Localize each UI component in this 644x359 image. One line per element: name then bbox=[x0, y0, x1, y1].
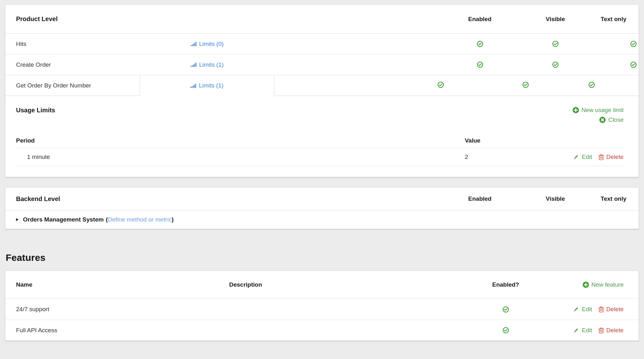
visible-check-icon[interactable] bbox=[552, 41, 559, 47]
signal-bars-icon bbox=[191, 42, 197, 46]
feature-row: 24/7 support Edit Delete bbox=[5, 299, 639, 320]
usage-limits-panel: Usage Limits New usage limit Close Perio… bbox=[5, 96, 639, 177]
edit-label: Edit bbox=[582, 327, 592, 334]
column-header-visible: Visible bbox=[522, 188, 588, 210]
column-header-value: Value bbox=[465, 137, 564, 144]
text-only-check-icon[interactable] bbox=[630, 41, 637, 47]
delete-usage-limit-link[interactable]: Delete bbox=[598, 154, 624, 160]
signal-bars-icon bbox=[190, 83, 196, 88]
times-circle-icon bbox=[599, 117, 606, 123]
usage-limits-header: Period Value bbox=[16, 133, 624, 148]
enabled-check-icon bbox=[502, 306, 509, 313]
delete-label: Delete bbox=[606, 327, 624, 334]
pencil-icon bbox=[573, 306, 579, 312]
plus-circle-icon bbox=[583, 282, 589, 288]
features-card: Name Description Enabled? New feature 24… bbox=[5, 271, 639, 341]
product-level-card: Product Level Enabled Visible Text only … bbox=[5, 4, 639, 177]
usage-limit-value: 2 bbox=[465, 154, 564, 160]
enabled-check-icon bbox=[502, 327, 509, 334]
visible-check-icon[interactable] bbox=[522, 81, 529, 88]
edit-label: Edit bbox=[582, 154, 592, 160]
metric-name: Create Order bbox=[5, 54, 140, 75]
limits-link[interactable]: Limits (1) bbox=[190, 82, 223, 89]
trash-icon bbox=[598, 327, 604, 334]
metric-row-selected: Get Order By Order Number Limits (1) bbox=[5, 75, 639, 96]
edit-usage-limit-link[interactable]: Edit bbox=[573, 154, 592, 160]
limits-link-label: Limits (0) bbox=[199, 41, 224, 48]
text-only-check-icon[interactable] bbox=[588, 81, 595, 88]
trash-icon bbox=[598, 306, 604, 312]
column-header-name: Name bbox=[5, 281, 142, 288]
backend-name: Orders Management System bbox=[23, 216, 104, 223]
metric-name: Get Order By Order Number bbox=[5, 75, 140, 96]
new-usage-limit-link[interactable]: New usage limit bbox=[573, 107, 624, 114]
usage-limits-title: Usage Limits bbox=[16, 107, 55, 114]
column-header-enabled: Enabled bbox=[437, 5, 522, 33]
feature-name: 24/7 support bbox=[5, 306, 142, 313]
backend-table-header: Backend Level Enabled Visible Text only bbox=[5, 188, 639, 210]
feature-row: Full API Access Edit Delete bbox=[5, 320, 639, 340]
backend-level-card: Backend Level Enabled Visible Text only … bbox=[5, 187, 639, 229]
product-table-header: Product Level Enabled Visible Text only bbox=[5, 5, 639, 34]
limits-tab-active: Limits (1) bbox=[140, 75, 274, 96]
column-header-period: Period bbox=[16, 137, 465, 144]
delete-label: Delete bbox=[606, 154, 624, 160]
usage-limit-row: 1 minute 2 Edit Delete bbox=[16, 148, 624, 166]
product-level-title: Product Level bbox=[5, 5, 140, 33]
column-header-enabled: Enabled bbox=[437, 188, 522, 210]
delete-feature-link[interactable]: Delete bbox=[598, 306, 624, 313]
delete-feature-link[interactable]: Delete bbox=[598, 327, 624, 334]
edit-label: Edit bbox=[582, 306, 592, 313]
new-feature-link[interactable]: New feature bbox=[583, 281, 624, 288]
text-only-check-icon[interactable] bbox=[630, 61, 637, 68]
new-feature-label: New feature bbox=[591, 281, 624, 288]
caret-right-icon[interactable] bbox=[16, 218, 19, 221]
edit-feature-link[interactable]: Edit bbox=[573, 306, 592, 313]
close-paren: ) bbox=[172, 216, 174, 223]
edit-feature-link[interactable]: Edit bbox=[573, 327, 592, 334]
enabled-check-icon[interactable] bbox=[477, 41, 483, 47]
column-header-enabled: Enabled? bbox=[454, 281, 558, 288]
features-table-header: Name Description Enabled? New feature bbox=[5, 271, 639, 299]
limits-link[interactable]: Limits (1) bbox=[191, 61, 224, 68]
pencil-icon bbox=[573, 154, 579, 160]
signal-bars-icon bbox=[191, 62, 197, 67]
delete-label: Delete bbox=[606, 306, 624, 313]
pencil-icon bbox=[573, 327, 579, 334]
define-method-or-metric-link[interactable]: Define method or metric bbox=[108, 216, 172, 223]
feature-name: Full API Access bbox=[5, 327, 142, 334]
enabled-check-icon[interactable] bbox=[477, 61, 483, 68]
close-usage-limits-link[interactable]: Close bbox=[599, 116, 624, 123]
usage-limit-period: 1 minute bbox=[16, 154, 465, 160]
limits-link[interactable]: Limits (0) bbox=[191, 41, 224, 48]
column-header-text-only: Text only bbox=[588, 5, 639, 33]
plus-circle-icon bbox=[573, 107, 579, 113]
column-header-description: Description bbox=[142, 281, 349, 288]
metric-row: Hits Limits (0) bbox=[5, 34, 639, 54]
column-header-visible: Visible bbox=[522, 5, 588, 33]
metric-name: Hits bbox=[5, 34, 140, 54]
enabled-check-icon[interactable] bbox=[437, 81, 444, 88]
features-heading: Features bbox=[6, 252, 644, 263]
new-usage-limit-label: New usage limit bbox=[581, 107, 624, 114]
column-header-text-only: Text only bbox=[588, 188, 639, 210]
limits-link-label: Limits (1) bbox=[199, 61, 224, 68]
trash-icon bbox=[598, 154, 604, 160]
visible-check-icon[interactable] bbox=[552, 61, 559, 68]
metric-row: Create Order Limits (1) bbox=[5, 54, 639, 75]
backend-row: Orders Management System (Define method … bbox=[5, 210, 639, 229]
backend-level-title: Backend Level bbox=[5, 188, 437, 210]
limits-link-label: Limits (1) bbox=[199, 82, 223, 89]
close-usage-limits-label: Close bbox=[608, 116, 624, 123]
